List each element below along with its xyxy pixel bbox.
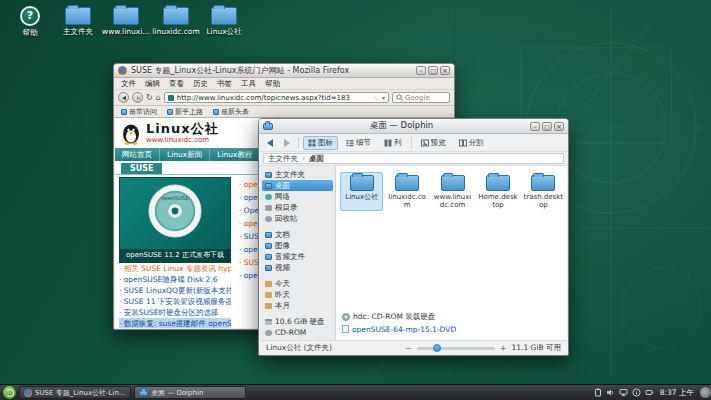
url-text: http://www.linuxidc.com/topicnews.aspx?t… (177, 94, 370, 102)
article-link[interactable]: · 相关 SUSE Linux 专题资讯 hyper (119, 263, 231, 274)
article-link[interactable]: · openSUSE随身碟 Disk 2.6 (119, 274, 231, 285)
zoom-out-icon[interactable] (405, 344, 412, 353)
icons-view-button[interactable]: 图标 (303, 136, 338, 150)
back-button[interactable] (263, 136, 277, 149)
place-hard-disk[interactable]: 10.6 GiB 硬盘 (262, 316, 333, 327)
bookmark-latest-headlines[interactable]: 最新头条 (213, 107, 249, 117)
zoom-slider[interactable] (417, 347, 495, 350)
place-root[interactable]: 根目录 (262, 202, 333, 213)
place-documents[interactable]: 文档 (262, 229, 333, 240)
url-bar[interactable]: http://www.linuxidc.com/topicnews.aspx?t… (164, 92, 389, 103)
file-item-linux-gongshe[interactable]: Linux公社 (340, 172, 383, 211)
site-logo-text[interactable]: Linux公社 www.linuxidc.com (146, 122, 219, 144)
menu-bookmarks[interactable]: 书签 (217, 79, 232, 89)
taskbar-item-dolphin[interactable]: 桌面 — Dolphin (134, 386, 246, 399)
article-link[interactable]: · SUSE LinuxQQ更新(新版本支持) (119, 285, 231, 296)
forward-button[interactable] (280, 136, 294, 149)
details-view-button[interactable]: 细节 (341, 136, 376, 150)
site-nav-news[interactable]: Linux新闻 (160, 148, 210, 161)
desktop-icon-help[interactable]: 帮助 (6, 5, 54, 38)
desktop-icon-home-folder[interactable]: 主文件夹 (54, 5, 102, 37)
section-label[interactable]: SUSE (121, 163, 162, 174)
folder-icon (211, 7, 237, 25)
menu-file[interactable]: 文件 (121, 79, 136, 89)
breadcrumb-root[interactable]: 主文件夹 (268, 154, 298, 164)
klipper-icon[interactable] (594, 388, 602, 397)
volume-icon[interactable] (606, 388, 615, 397)
folder-view[interactable]: Linux公社 linuxidc.com www.linuxidc.com Ho… (336, 166, 567, 340)
minimize-button[interactable] (530, 122, 540, 131)
place-network[interactable]: 网络 (262, 191, 333, 202)
split-button[interactable]: 分割 (454, 136, 489, 150)
site-nav-tutorial[interactable]: Linux教程 (210, 148, 260, 161)
bookmark-star-icon[interactable] (373, 94, 379, 102)
search-bar[interactable]: Google (392, 92, 450, 103)
place-images[interactable]: 图像 (262, 240, 333, 251)
place-cdrom[interactable]: CD-ROM (262, 327, 333, 338)
menu-view[interactable]: 查看 (169, 79, 184, 89)
place-label: 桌面 (275, 181, 290, 191)
article-link[interactable]: · 安装SUSE时硬盘分区的选择 (119, 307, 231, 318)
split-label: 分割 (469, 138, 484, 148)
file-item-cdrom-device[interactable]: hdc: CD-ROM 装载硬盘 (342, 311, 456, 323)
network-icon[interactable] (619, 388, 628, 397)
minimize-button[interactable] (416, 66, 426, 75)
close-button[interactable] (440, 66, 450, 75)
promo-banner[interactable]: openSUSE openSUSE 11.2 正式发布下载 (119, 177, 231, 263)
dolphin-body: 主文件夹 桌面 网络 根目录 回收站 文档 图像 音频文件 视频 今天 昨天 本… (260, 166, 567, 340)
application-launcher-button[interactable] (3, 386, 16, 399)
url-dropdown-icon[interactable] (382, 94, 385, 101)
home-icon (265, 172, 272, 178)
place-this-month[interactable]: 本月 (262, 300, 333, 311)
menu-history[interactable]: 历史 (193, 79, 208, 89)
desktop-icon-linuxidc[interactable]: linuxidc.com (152, 5, 200, 36)
file-item-trash-desktop[interactable]: trash.desktop (522, 172, 565, 211)
back-button[interactable] (118, 92, 129, 103)
article-link-selected[interactable]: · 数据恢复: suse搭建邮件 openSUSE 11. (119, 318, 231, 328)
battery-icon[interactable] (645, 388, 654, 397)
place-yesterday[interactable]: 昨天 (262, 289, 333, 300)
place-desktop[interactable]: 桌面 (262, 180, 333, 191)
images-icon (265, 243, 272, 249)
place-trash[interactable]: 回收站 (262, 213, 333, 224)
device-notifier-icon[interactable] (632, 388, 641, 397)
places-panel: 主文件夹 桌面 网络 根目录 回收站 文档 图像 音频文件 视频 今天 昨天 本… (260, 166, 336, 340)
dolphin-titlebar[interactable]: 桌面 — Dolphin (259, 119, 568, 134)
close-button[interactable] (554, 122, 564, 131)
columns-view-button[interactable]: 列 (379, 136, 407, 150)
place-videos[interactable]: 视频 (262, 262, 333, 273)
forward-button[interactable] (132, 92, 143, 103)
reload-icon[interactable] (146, 93, 153, 103)
preview-button[interactable]: 预览 (416, 136, 451, 150)
folder-icon (139, 390, 148, 396)
panel-toolbox-icon[interactable] (700, 387, 711, 398)
maximize-button[interactable] (542, 122, 552, 131)
place-audio[interactable]: 音频文件 (262, 251, 333, 262)
menu-tools[interactable]: 工具 (241, 79, 256, 89)
article-link[interactable]: · SUSE 11 下安装架设视频服务器 (119, 296, 231, 307)
file-item-opensuse-dvd[interactable]: openSUSE-64-mp-15.1-DVD (342, 323, 456, 335)
bookmark-folder-icon (167, 109, 173, 115)
zoom-slider-handle[interactable] (433, 344, 441, 352)
menu-help[interactable]: 帮助 (265, 79, 280, 89)
desktop-icon-www-linuxidc[interactable]: www.linuxidc.com (102, 5, 150, 36)
taskbar-item-firefox[interactable]: SUSE 专题_Linux公社-Linux系统门... (19, 386, 131, 399)
breadcrumb-current[interactable]: 桌面 (309, 154, 324, 164)
desktop-icon-linux-gongshe[interactable]: Linux公社 (200, 5, 248, 37)
site-nav-home[interactable]: 网站首页 (115, 148, 160, 161)
file-item-linuxidc[interactable]: linuxidc.com (385, 172, 428, 211)
browser-titlebar[interactable]: SUSE 专题_Linux公社-Linux系统门户网站 - Mozilla Fi… (114, 64, 454, 78)
bookmark-most-visited[interactable]: 最常访问 (121, 107, 157, 117)
browser-menubar: 文件 编辑 查看 历史 书签 工具 帮助 (114, 78, 454, 90)
maximize-button[interactable] (428, 66, 438, 75)
place-home[interactable]: 主文件夹 (262, 169, 333, 180)
menu-edit[interactable]: 编辑 (145, 79, 160, 89)
place-today[interactable]: 今天 (262, 278, 333, 289)
breadcrumb[interactable]: 主文件夹 桌面 (263, 153, 564, 164)
file-item-www-linuxidc[interactable]: www.linuxidc.com (431, 172, 474, 211)
home-icon[interactable] (156, 93, 161, 103)
file-item-home-desktop[interactable]: Home.desktop (476, 172, 519, 211)
zoom-in-icon[interactable] (500, 344, 507, 353)
clock[interactable]: 8:37 上午 (660, 388, 694, 398)
bookmark-getting-started[interactable]: 新手上路 (167, 107, 203, 117)
